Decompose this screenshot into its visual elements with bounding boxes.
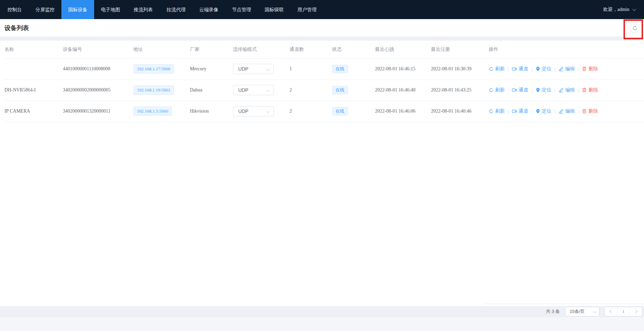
edit-action-button[interactable]: 编辑 [559, 108, 575, 114]
refresh-icon [632, 26, 638, 31]
nav-tab-console[interactable]: 控制台 [1, 0, 29, 19]
refresh-action-button[interactable]: 刷新 [489, 108, 505, 114]
chevron-down-icon [593, 310, 597, 313]
chevron-down-icon [266, 67, 270, 71]
edit-action-button[interactable]: 编辑 [559, 87, 575, 93]
action-separator: | [508, 67, 509, 72]
col-header-address: 地址 [133, 41, 190, 58]
section-divider [0, 37, 644, 41]
nav-tab-user-management[interactable]: 用户管理 [291, 0, 323, 19]
stream-mode-value: UDP [238, 109, 249, 114]
locate-action-button[interactable]: 定位 [536, 87, 552, 93]
action-separator: | [578, 88, 579, 93]
table-row: 44010000001110008008 192.168.1.17:5060 M… [4, 58, 644, 80]
nav-tab-cloud-recording[interactable]: 云端录像 [192, 0, 225, 19]
refresh-icon [489, 109, 494, 114]
top-navbar: 控制台 分屏监控 国标设备 电子地图 推流列表 拉流代理 云端录像 节点管理 国… [0, 0, 644, 19]
cell-last-heartbeat: 2022-08-01 16:46:15 [375, 58, 431, 80]
status-badge: 在线 [332, 86, 348, 94]
delete-action-button[interactable]: 删除 [582, 87, 598, 93]
cell-device-id: 34020000002000000005 [63, 80, 133, 101]
refresh-icon [489, 67, 494, 71]
fixed-column-border [484, 304, 644, 304]
channel-action-button[interactable]: 通道 [512, 108, 528, 114]
cell-last-heartbeat: 2022-08-01 16:46:06 [375, 101, 431, 122]
cell-last-heartbeat: 2022-08-01 16:46:40 [375, 80, 431, 101]
cell-last-registered: 2022-08-01 16:30:39 [431, 58, 489, 80]
nav-tab-gb-cascade[interactable]: 国标级联 [258, 0, 291, 19]
nav-tab-push-stream-list[interactable]: 推流列表 [127, 0, 160, 19]
col-header-channel-count: 通道数 [290, 41, 332, 58]
edit-icon [559, 67, 564, 71]
location-icon [536, 109, 540, 114]
next-page-button[interactable] [629, 307, 642, 316]
user-menu[interactable]: 欢迎，admin [603, 0, 644, 19]
action-separator: | [531, 109, 532, 114]
locate-action-button[interactable]: 定位 [536, 108, 552, 114]
chevron-left-icon [610, 310, 613, 313]
action-separator: | [578, 109, 579, 114]
chevron-down-icon [266, 109, 270, 113]
action-separator: | [578, 67, 579, 72]
cell-name [4, 58, 63, 80]
location-icon [536, 88, 540, 92]
nav-tab-pull-stream-proxy[interactable]: 拉流代理 [160, 0, 192, 19]
nav-tab-gb-devices[interactable]: 国标设备 [61, 0, 94, 19]
edit-icon [559, 88, 564, 92]
page-number-button[interactable]: 1 [617, 307, 630, 316]
channel-action-button[interactable]: 通道 [512, 87, 528, 93]
nav-tab-node-management[interactable]: 节点管理 [225, 0, 258, 19]
col-header-device-id: 设备编号 [63, 41, 133, 58]
action-separator: | [555, 88, 556, 93]
action-separator: | [508, 88, 509, 93]
stream-mode-select[interactable]: UDP [233, 85, 274, 95]
refresh-list-button[interactable] [630, 23, 640, 33]
address-tag: 192.168.1.19:5061 [133, 85, 174, 95]
action-separator: | [508, 109, 509, 114]
refresh-icon [489, 88, 494, 92]
table-row: DH-NVR5864-I 34020000002000000005 192.16… [4, 80, 644, 101]
status-badge: 在线 [332, 65, 348, 73]
col-header-status: 状态 [332, 41, 375, 58]
delete-action-button[interactable]: 删除 [582, 66, 598, 72]
cell-channel-count: 2 [290, 101, 332, 122]
nav-tab-split-screen-monitor[interactable]: 分屏监控 [29, 0, 61, 19]
pagination-bar: 共 3 条 15条/页 1 [0, 306, 644, 317]
col-header-last-heartbeat: 最近心跳 [375, 41, 431, 58]
prev-page-button[interactable] [605, 307, 617, 316]
cell-last-registered: 2022-08-01 16:43:25 [431, 80, 489, 101]
chevron-down-icon [266, 88, 270, 92]
welcome-user-label: 欢迎，admin [603, 6, 629, 13]
address-tag: 192.168.1.17:5060 [133, 64, 174, 74]
locate-action-button[interactable]: 定位 [536, 66, 552, 72]
refresh-action-button[interactable]: 刷新 [489, 66, 505, 72]
col-header-name: 名称 [4, 41, 63, 58]
stream-mode-select[interactable]: UDP [233, 64, 274, 74]
stream-mode-select[interactable]: UDP [233, 106, 274, 116]
cell-last-registered: 2022-08-01 16:40:46 [431, 101, 489, 122]
cell-channel-count: 1 [290, 58, 332, 80]
edit-action-button[interactable]: 编辑 [559, 66, 575, 72]
action-separator: | [531, 67, 532, 72]
col-header-operations: 操作 [489, 41, 644, 58]
delete-action-button[interactable]: 删除 [582, 108, 598, 114]
cell-name: IP CAMERA [4, 101, 63, 122]
page-footer-background [0, 317, 644, 331]
cell-manufacturer: Hikvision [190, 101, 233, 122]
page-size-select[interactable]: 15条/页 [565, 307, 599, 316]
nav-tab-electronic-map[interactable]: 电子地图 [94, 0, 127, 19]
cell-channel-count: 2 [290, 80, 332, 101]
device-table: 名称 设备编号 地址 厂家 流传输模式 通道数 状态 最近心跳 最近注册 操作 … [4, 41, 644, 122]
channel-action-button[interactable]: 通道 [512, 66, 528, 72]
video-camera-icon [512, 109, 517, 114]
video-camera-icon [512, 67, 517, 71]
refresh-action-button[interactable]: 刷新 [489, 87, 505, 93]
delete-icon [582, 88, 587, 92]
video-camera-icon [512, 88, 517, 92]
table-header-row: 名称 设备编号 地址 厂家 流传输模式 通道数 状态 最近心跳 最近注册 操作 [4, 41, 644, 58]
current-page-label: 1 [622, 309, 625, 314]
page-title: 设备列表 [4, 24, 29, 32]
title-bar: 设备列表 [0, 19, 644, 37]
chevron-down-icon [632, 7, 636, 11]
cell-device-id: 34020000001320000011 [63, 101, 133, 122]
